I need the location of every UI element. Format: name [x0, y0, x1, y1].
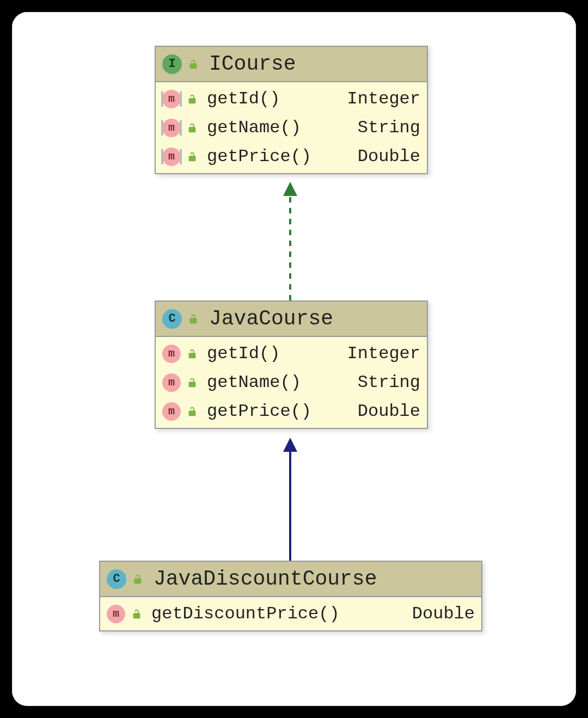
uml-method-row: m getPrice() Double [156, 397, 427, 426]
method-name: getPrice() [207, 401, 349, 421]
unlock-icon [186, 93, 198, 105]
uml-header-javacourse: C JavaCourse [156, 302, 427, 337]
method-icon: m [162, 148, 181, 166]
uml-box-icourse: I ICourse m getId() Integer m getName() … [155, 46, 428, 174]
arrow-generalization-head [283, 438, 297, 452]
uml-body-javadiscountcourse: m getDiscountPrice() Double [100, 597, 481, 630]
method-icon: m [162, 119, 181, 137]
unlock-icon [132, 573, 144, 585]
uml-method-row: m getId() Integer [156, 84, 427, 113]
uml-body-javacourse: m getId() Integer m getName() String m g… [156, 337, 427, 428]
uml-header-javadiscountcourse: C JavaDiscountCourse [100, 562, 481, 597]
unlock-icon [186, 151, 198, 163]
class-icon: C [162, 309, 182, 329]
uml-title: ICourse [209, 52, 296, 76]
uml-method-row: m getId() Integer [156, 339, 427, 368]
method-name: getDiscountPrice() [151, 604, 403, 624]
method-icon: m [162, 90, 181, 108]
uml-header-icourse: I ICourse [156, 47, 427, 82]
return-type: Double [358, 401, 420, 421]
return-type: Integer [347, 343, 420, 364]
method-name: getPrice() [207, 146, 349, 167]
class-icon: C [107, 569, 126, 589]
uml-title: JavaDiscountCourse [154, 567, 377, 591]
return-type: String [358, 372, 420, 392]
unlock-icon [186, 377, 198, 389]
method-icon: m [162, 345, 181, 363]
unlock-icon [186, 406, 198, 418]
uml-method-row: m getDiscountPrice() Double [100, 599, 481, 628]
return-type: Double [358, 146, 420, 167]
interface-icon: I [162, 54, 182, 74]
method-icon: m [107, 605, 125, 623]
method-name: getName() [207, 372, 349, 392]
method-name: getId() [207, 343, 339, 364]
method-name: getName() [207, 118, 349, 138]
diagram-canvas: I ICourse m getId() Integer m getName() … [12, 12, 576, 706]
uml-title: JavaCourse [209, 307, 333, 330]
return-type: String [358, 118, 420, 138]
unlock-icon [186, 348, 198, 360]
unlock-icon [131, 608, 143, 620]
uml-method-row: m getPrice() Double [156, 142, 427, 171]
method-name: getId() [207, 89, 339, 109]
return-type: Integer [347, 89, 420, 109]
return-type: Double [412, 604, 475, 624]
unlock-icon [187, 313, 199, 325]
uml-box-javadiscountcourse: C JavaDiscountCourse m getDiscountPrice(… [99, 561, 482, 631]
method-icon: m [162, 373, 181, 392]
uml-method-row: m getName() String [156, 113, 427, 142]
unlock-icon [186, 122, 198, 134]
method-icon: m [162, 402, 181, 421]
arrow-realization-head [283, 182, 297, 196]
uml-box-javacourse: C JavaCourse m getId() Integer m getName… [155, 300, 428, 429]
uml-method-row: m getName() String [156, 368, 427, 397]
unlock-icon [187, 58, 199, 70]
uml-body-icourse: m getId() Integer m getName() String m g… [156, 82, 427, 173]
